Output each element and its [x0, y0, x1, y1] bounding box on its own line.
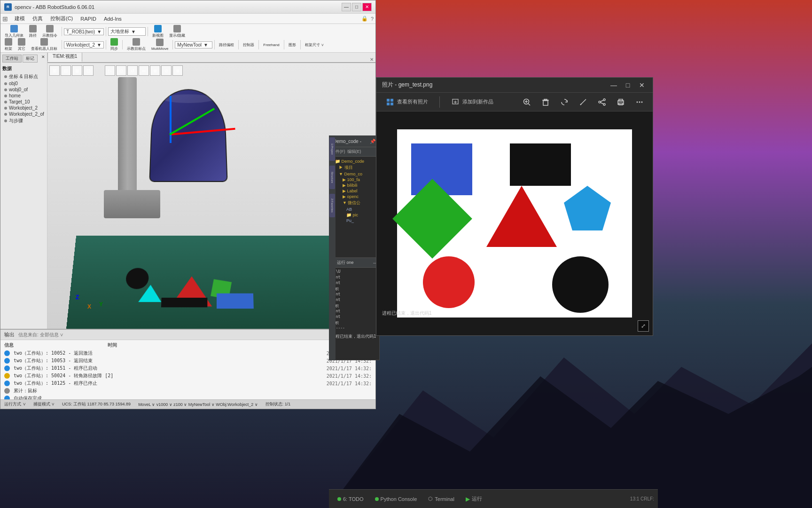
view-all-icon [386, 98, 394, 106]
more-btn[interactable] [632, 95, 647, 110]
vtab-favorites[interactable]: 2:Favorites [329, 194, 335, 217]
tree-weixin[interactable]: ▼ 微信公 [331, 199, 377, 206]
vt-btn-4[interactable]: ⊡ [83, 65, 94, 76]
viewport-tab[interactable]: TIEM:视图1 [47, 53, 82, 62]
run-header-text: 运行 one [337, 260, 354, 266]
project-tree: 📁 Demo_code ▶ 项目 ▼ Demo_co ▶ 100_fa ▶ bi… [329, 157, 379, 225]
tree-100fa[interactable]: ▶ 100_fa [331, 177, 377, 183]
sidebar-item-workobj2[interactable]: Workobject_2 [2, 105, 45, 111]
ide-tab-terminal[interactable]: ⬡ Terminal [423, 494, 459, 504]
photos-toolbar: 查看所有照片 添加到新作品 [376, 93, 653, 111]
graphics-btn[interactable]: 图形 [286, 41, 298, 49]
sidebar-item-coord[interactable]: 坐标 & 目标点 [2, 73, 45, 80]
coord-dropdown[interactable]: 大地坐标 ▼ [108, 27, 146, 36]
add-to-collection-btn[interactable]: 添加到新作品 [447, 96, 497, 108]
view-robot-targets-btn[interactable]: 查看机器人目标 [29, 37, 60, 53]
ide-tab-todo-label: 6: TODO [343, 496, 364, 502]
vt-btn-10[interactable]: ⊘ [161, 65, 172, 76]
ide-tab-run[interactable]: ▶ 运行 [461, 493, 487, 504]
status-run-mode[interactable]: 运行方式 ∨ [4, 401, 26, 407]
sidebar-item-workobj2of[interactable]: Workobject_2_of [2, 111, 45, 117]
tree-ab[interactable]: AB [331, 206, 377, 212]
robot-dropdown[interactable]: T_ROB1(two) ▼ [64, 28, 104, 35]
view-all-photos-btn[interactable]: 查看所有照片 [382, 96, 432, 108]
dot-icon6 [4, 107, 7, 110]
gem-red-triangle [486, 186, 557, 247]
code-panel-pin-btn[interactable]: 📌 [370, 139, 375, 144]
vt-btn-11[interactable]: ⊗ [172, 65, 183, 76]
help-icon[interactable]: ? [371, 16, 374, 22]
print-btn[interactable] [613, 95, 628, 110]
delete-btn[interactable] [538, 95, 553, 110]
tree-label[interactable]: ▶ Label [331, 188, 377, 194]
vt-btn-8[interactable]: ⇔ [139, 65, 149, 76]
tree-pic[interactable]: 📁 pic [331, 212, 377, 218]
share-btn[interactable] [594, 95, 609, 110]
maximize-button[interactable]: □ [352, 3, 361, 11]
menu-controller[interactable]: 控制器(C) [47, 14, 77, 23]
vt-btn-2[interactable]: ⊟ [61, 65, 71, 76]
freehand-btn[interactable]: Freehand [261, 41, 281, 48]
vtab-project[interactable]: 1:Project [329, 137, 335, 161]
menu-modeling[interactable]: 建模 [11, 14, 29, 23]
path-prog-btn[interactable]: 路径编程 [217, 41, 236, 49]
process-output: 进程已结束，退出代码1 [382, 310, 432, 317]
vt-btn-7[interactable]: ↺ [127, 65, 138, 76]
controller-btn[interactable]: 控制器 [241, 41, 257, 49]
photos-maximize-btn[interactable]: □ [623, 80, 633, 90]
vt-btn-6[interactable]: ⊙ [116, 65, 126, 76]
edit-image-btn[interactable] [576, 95, 591, 110]
tree-democode[interactable]: ▼ Demo_co [331, 171, 377, 177]
tree-openc[interactable]: ▶ openc [331, 194, 377, 199]
other-btn[interactable]: 其它 [16, 37, 28, 53]
tree-pu[interactable]: Pu_ [331, 218, 377, 223]
viewport-close-btn[interactable]: ✕ [370, 57, 374, 62]
sidebar-close-btn[interactable]: ✕ [41, 55, 45, 63]
photos-expand-btn[interactable]: ⤢ [638, 320, 649, 332]
workobj-dropdown[interactable]: Workobject_2 ▼ [64, 41, 104, 48]
vtab-structure[interactable]: Structure [329, 166, 335, 189]
multimove-btn[interactable]: MultiMove [149, 37, 171, 52]
info-icon-3 [4, 365, 10, 371]
ide-tab-todo[interactable]: 6: TODO [333, 494, 368, 504]
vt-btn-3[interactable]: ⊠ [72, 65, 82, 76]
menu-simulation[interactable]: 仿真 [29, 14, 47, 23]
multimove-icon [156, 39, 164, 46]
tool-dropdown[interactable]: MyNewTool ▼ [175, 41, 212, 48]
vt-btn-1[interactable]: ⊞ [49, 65, 60, 76]
sidebar-item-target10[interactable]: Target_10 [2, 99, 45, 105]
add-to-icon [451, 98, 460, 106]
output-row-1: two（工作站）: 10052 - 返回激活 2021/1/17 14:32: [4, 349, 372, 357]
zoom-in-btn[interactable] [519, 95, 534, 110]
close-button[interactable]: ✕ [362, 3, 372, 11]
ide-tab-python-console[interactable]: Python Console [370, 494, 422, 504]
svg-line-10 [529, 103, 531, 105]
sidebar-tab-workstation[interactable]: 工作站 [2, 55, 22, 63]
edit-menu[interactable]: 编辑(E) [347, 149, 361, 155]
tree-bilibili[interactable]: ▶ bilibili [331, 183, 377, 188]
sep8 [214, 40, 215, 49]
sidebar-item-obj0[interactable]: obj0 [2, 80, 45, 87]
tree-root[interactable]: 📁 Demo_code [331, 159, 377, 164]
minimize-button[interactable]: — [342, 3, 351, 11]
sep5 [106, 40, 106, 49]
photos-minimize-btn[interactable]: — [609, 80, 619, 90]
menu-addins[interactable]: Add-Ins [100, 15, 125, 23]
vt-btn-9[interactable]: ⊕ [150, 65, 160, 76]
teach-target-btn[interactable]: 示教目标点 [125, 37, 148, 53]
status-move: MoveL ∨ v1000 ∨ z100 ∨ MyNewTool ∨ WObj:… [138, 402, 258, 407]
tree-project[interactable]: ▶ 项目 [331, 164, 377, 171]
vt-btn-5[interactable]: ▷ [105, 65, 115, 76]
menu-rapid[interactable]: RAPID [77, 15, 100, 23]
photos-close-btn[interactable]: ✕ [637, 80, 647, 90]
sidebar-item-wobj0[interactable]: wobj0_of [2, 87, 45, 93]
sync-btn[interactable]: 同步 [108, 37, 120, 53]
rotate-btn[interactable] [557, 95, 572, 110]
sidebar-item-steps[interactable]: 与步骤 [2, 117, 45, 125]
viewport-3d[interactable]: ⊞ ⊟ ⊠ ⊡ ▷ ⊙ ↺ ⇔ ⊕ ⊘ ⊗ [47, 63, 375, 329]
frame-size-btn[interactable]: 框架尺寸 ∨ [303, 41, 327, 49]
frame-btn[interactable]: 框架 [2, 37, 15, 53]
sidebar-tab-marks[interactable]: 标记 [23, 55, 38, 63]
status-capture-mode[interactable]: 捕捉模式 ∨ [33, 401, 55, 407]
sidebar-item-home[interactable]: home [2, 93, 45, 99]
